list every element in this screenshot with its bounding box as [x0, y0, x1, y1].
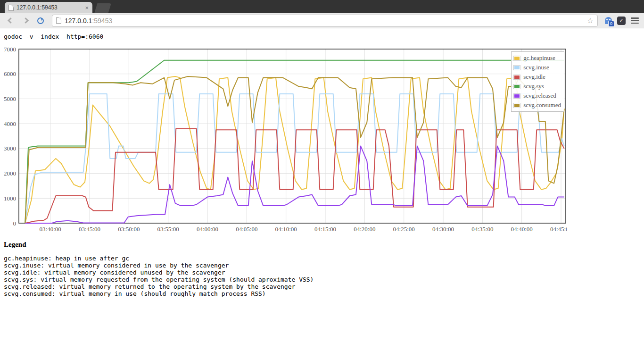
x-tick-label: 04:25:00: [393, 226, 415, 233]
hamburger-menu-icon: [631, 17, 639, 24]
y-tick-label: 7000: [4, 47, 16, 53]
series-gc.heapinuse: [25, 76, 564, 223]
x-tick-label: 03:55:00: [157, 226, 179, 233]
chart-legend-item: gc.heapinuse: [513, 53, 561, 63]
legend-swatch-icon: [513, 103, 520, 108]
pocket-extension-button[interactable]: ✓: [617, 16, 626, 26]
chart-legend-item: scvg.released: [513, 91, 561, 100]
forward-arrow-icon: [23, 17, 29, 24]
command-line-text: godoc -v -index -http=:6060: [4, 33, 103, 40]
chart-legend-box: gc.heapinusescvg.inusescvg.idlescvg.syss…: [511, 51, 564, 112]
chart-canvas: 0100020003000400050006000700003:40:0003:…: [4, 47, 567, 236]
url-port: :59453: [92, 17, 112, 25]
tab-strip: 127.0.0.1:59453 ×: [0, 0, 644, 13]
chart-legend-item: scvg.consumed: [513, 100, 561, 110]
legend-swatch-icon: [513, 56, 520, 61]
ghostery-extension-button[interactable]: 0: [603, 16, 613, 26]
legend-item-label: scvg.inuse: [523, 64, 549, 71]
legend-swatch-icon: [513, 93, 520, 99]
address-bar[interactable]: 127.0.0.1:59453 ☆: [52, 15, 598, 27]
legend-item-label: scvg.sys: [523, 83, 544, 90]
menu-button[interactable]: [630, 16, 639, 26]
chart-legend-item: scvg.inuse: [513, 63, 561, 72]
x-tick-label: 04:45:00: [550, 226, 567, 233]
y-tick-label: 1000: [4, 195, 16, 202]
back-arrow-icon: [8, 17, 14, 24]
browser-toolbar: 127.0.0.1:59453 ☆ 0 ✓: [0, 13, 644, 28]
y-tick-label: 0: [13, 220, 17, 227]
page-content: godoc -v -index -http=:6060 010002000300…: [0, 29, 644, 351]
legend-swatch-icon: [513, 84, 520, 89]
tab-close-icon[interactable]: ×: [85, 5, 89, 11]
memory-usage-chart: 0100020003000400050006000700003:40:0003:…: [4, 47, 567, 236]
legend-heading: Legend: [4, 241, 26, 249]
tab-title: 127.0.0.1:59453: [17, 4, 82, 11]
series-scvg.consumed: [25, 76, 564, 223]
x-tick-label: 04:10:00: [275, 226, 297, 233]
x-tick-label: 04:30:00: [432, 226, 454, 233]
y-tick-label: 2000: [4, 170, 16, 177]
forward-button[interactable]: [20, 15, 31, 26]
new-tab-button[interactable]: [94, 3, 111, 13]
chart-legend-item: scvg.idle: [513, 72, 561, 82]
x-tick-label: 04:35:00: [471, 226, 493, 233]
extension-badge: 0: [608, 21, 614, 27]
x-tick-label: 03:40:00: [40, 226, 61, 233]
x-tick-label: 04:40:00: [511, 226, 533, 233]
checkmark-icon: ✓: [617, 17, 626, 25]
page-favicon-icon: [8, 5, 14, 11]
legend-swatch-icon: [513, 75, 520, 80]
legend-line: scvg.consumed: virtual memory in use (sh…: [4, 290, 314, 297]
y-tick-label: 4000: [4, 120, 16, 127]
url-host: 127.0.0.1: [65, 17, 92, 25]
chart-legend-item: scvg.sys: [513, 82, 561, 91]
page-icon: [56, 17, 61, 24]
legend-item-label: scvg.consumed: [523, 101, 561, 109]
legend-line: gc.heapinuse: heap in use after gc: [4, 255, 314, 262]
browser-tab[interactable]: 127.0.0.1:59453 ×: [5, 2, 92, 13]
url-text[interactable]: 127.0.0.1:59453: [65, 17, 584, 25]
x-tick-label: 04:20:00: [354, 226, 375, 233]
x-tick-label: 03:45:00: [79, 226, 100, 233]
legend-line: scvg.idle: virtual memory considered unu…: [4, 269, 314, 276]
legend-line: scvg.released: virtual memory returned t…: [4, 283, 314, 290]
legend-item-label: scvg.idle: [523, 73, 545, 81]
x-tick-label: 04:05:00: [236, 226, 257, 233]
y-tick-label: 3000: [4, 145, 16, 152]
y-tick-label: 5000: [4, 95, 16, 102]
legend-text-block: gc.heapinuse: heap in use after gc scvg.…: [4, 255, 314, 297]
x-tick-label: 04:15:00: [314, 226, 336, 233]
back-button[interactable]: [5, 15, 16, 26]
browser-window: 127.0.0.1:59453 × 127.0.0.1:59453 ☆ 0 ✓ …: [0, 0, 644, 351]
bookmark-star-icon[interactable]: ☆: [587, 17, 594, 25]
legend-line: scvg.inuse: virtual memory considered in…: [4, 262, 314, 269]
legend-item-label: scvg.released: [523, 92, 556, 100]
reload-button[interactable]: [35, 15, 46, 26]
legend-swatch-icon: [513, 65, 520, 70]
legend-line: scvg.sys: virtual memory requested from …: [4, 276, 314, 283]
y-tick-label: 6000: [4, 70, 16, 77]
reload-icon: [37, 17, 44, 24]
legend-item-label: gc.heapinuse: [523, 54, 555, 62]
x-tick-label: 04:00:00: [197, 226, 218, 233]
x-tick-label: 03:50:00: [118, 226, 140, 233]
